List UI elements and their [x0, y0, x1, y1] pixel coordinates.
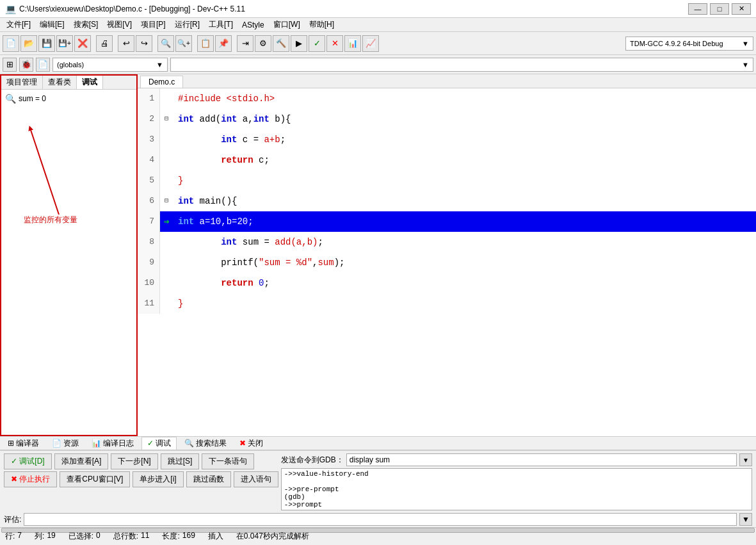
tb-compile[interactable]: ⚙ — [255, 35, 271, 52]
col-label: 列: — [35, 531, 44, 542]
status-len: 长度: 169 — [162, 531, 195, 542]
code-content[interactable]: 1 #include <stdio.h> 2 ⊟ int add(int a,i… — [138, 88, 756, 436]
tb-new[interactable]: 📄 — [3, 35, 19, 52]
tb2-btn3[interactable]: 📄 — [36, 58, 50, 72]
status-row: 行: 7 — [5, 531, 22, 542]
tb-stop[interactable]: ✕ — [326, 35, 343, 52]
annotation-arrow — [20, 115, 97, 218]
debug-start-btn[interactable]: ✓ 调试[D] — [4, 453, 52, 469]
add-watch-btn[interactable]: 添加查看[A] — [54, 453, 109, 469]
next-step-btn[interactable]: 下一步[N] — [111, 453, 157, 469]
menu-view[interactable]: 视图[V] — [103, 18, 136, 31]
code-line-5: 5 } — [138, 170, 756, 191]
line-num-7: 7 — [138, 211, 160, 232]
step-into-btn[interactable]: 单步进入[i] — [133, 471, 183, 487]
tab-compiler[interactable]: ⊞编译器 — [3, 437, 44, 450]
tab-close[interactable]: ✖关闭 — [234, 437, 268, 450]
var-icon: 🔍 — [5, 94, 16, 104]
tb-paste[interactable]: 📌 — [215, 35, 232, 52]
menu-help[interactable]: 帮助[H] — [305, 18, 338, 31]
gdb-output-line-3: ->>pre-prompt — [284, 485, 749, 493]
stop-btn[interactable]: ✖ 停止执行 — [4, 471, 57, 487]
maximize-button[interactable]: □ — [710, 3, 729, 15]
globals-dropdown2[interactable]: ▼ — [170, 58, 753, 72]
tb-replace[interactable]: 🔍+ — [175, 35, 192, 52]
gdb-send-input[interactable] — [346, 453, 737, 466]
line-num-3: 3 — [138, 129, 160, 150]
tab-resources[interactable]: 📄资源 — [47, 437, 84, 450]
status-mode: 插入 — [208, 531, 223, 542]
code-line-2: 2 ⊟ int add(int a,int b){ — [138, 109, 756, 129]
gdb-send-dropdown[interactable]: ▼ — [739, 453, 752, 466]
annotation-text: 监控的所有变量 — [24, 215, 77, 225]
status-parse: 在0.047秒内完成解析 — [236, 531, 309, 542]
menu-run[interactable]: 运行[R] — [171, 18, 204, 31]
line-marker-11 — [160, 293, 173, 314]
tb-print[interactable]: 🖨 — [96, 35, 113, 52]
tb-save[interactable]: 💾 — [38, 35, 55, 52]
compiler-dropdown[interactable]: TDM-GCC 4.9.2 64-bit Debug ▼ — [625, 37, 753, 51]
menu-search[interactable]: 搜索[S] — [70, 18, 102, 31]
svg-line-1 — [30, 128, 59, 215]
tab-search-results[interactable]: 🔍搜索结果 — [179, 437, 232, 450]
tb-find[interactable]: 🔍 — [157, 35, 174, 52]
line-code-4: return c; — [173, 150, 756, 170]
code-tabs: Demo.c — [138, 74, 756, 88]
line-code-8: int sum = add(a,b); — [173, 232, 756, 252]
next-stmt-btn[interactable]: 下一条语句 — [202, 453, 254, 469]
tb-redo[interactable]: ↪ — [136, 35, 152, 52]
app-icon: 💻 — [5, 4, 15, 14]
tb2-btn2[interactable]: 🐞 — [19, 58, 33, 72]
enter-stmt-btn[interactable]: 进入语句 — [234, 471, 278, 487]
tab-compile-log[interactable]: 📊编译日志 — [86, 437, 139, 450]
tb-debug[interactable]: ✓ — [309, 35, 325, 52]
tab-debug-bottom[interactable]: ✓调试 — [141, 437, 177, 450]
menu-project[interactable]: 项目[P] — [137, 18, 170, 31]
parse-info: 在0.047秒内完成解析 — [236, 531, 309, 542]
line-num-8: 8 — [138, 232, 160, 252]
minimize-button[interactable]: — — [688, 3, 707, 15]
line-num-11: 11 — [138, 293, 160, 314]
line-num-1: 1 — [138, 88, 160, 109]
globals-dropdown[interactable]: (globals) ▼ — [52, 58, 168, 72]
tab-classes[interactable]: 查看类 — [43, 76, 77, 89]
close-button[interactable]: ✕ — [732, 3, 751, 15]
tb-build[interactable]: 🔨 — [273, 35, 289, 52]
eval-dropdown[interactable]: ▼ — [739, 513, 752, 526]
tb-copy[interactable]: 📋 — [197, 35, 214, 52]
tb-undo[interactable]: ↩ — [118, 35, 134, 52]
skip-over-btn[interactable]: 跳过[S] — [161, 453, 200, 469]
tab-project[interactable]: 项目管理 — [1, 76, 43, 89]
line-code-11: } — [173, 293, 756, 314]
code-tab-demo[interactable]: Demo.c — [140, 76, 183, 88]
sel-label: 已选择: — [68, 531, 93, 542]
tab-debug[interactable]: 调试 — [77, 76, 103, 89]
title-bar: 💻 C:\Users\xiexuewu\Desktop\Demo.c - [De… — [0, 0, 756, 18]
menu-tools[interactable]: 工具[T] — [205, 18, 237, 31]
tb-open[interactable]: 📂 — [20, 35, 37, 52]
tb2-btn1[interactable]: ⊞ — [3, 58, 17, 72]
cpu-window-btn[interactable]: 查看CPU窗口[V] — [60, 471, 130, 487]
line-marker-5 — [160, 170, 173, 191]
skip-func-btn[interactable]: 跳过函数 — [186, 471, 231, 487]
eval-input[interactable] — [24, 513, 737, 526]
menu-file[interactable]: 文件[F] — [3, 18, 35, 31]
line-num-4: 4 — [138, 150, 160, 170]
gdb-output-line-2 — [284, 478, 749, 485]
tb-save-all[interactable]: 💾+ — [56, 35, 73, 52]
status-sel: 已选择: 0 — [68, 531, 101, 542]
row-label: 行: — [5, 531, 15, 542]
tb-profile[interactable]: 📈 — [362, 35, 379, 52]
debug-panel: ✓ 调试[D] 添加查看[A] 下一步[N] 跳过[S] 下一条语句 ✖ 停止执… — [0, 450, 756, 527]
tb-indent[interactable]: ⇥ — [237, 35, 253, 52]
menu-astyle[interactable]: AStyle — [238, 19, 268, 31]
bottom-tabs: ⊞编译器 📄资源 📊编译日志 ✓调试 🔍搜索结果 ✖关闭 — [0, 436, 756, 450]
menu-edit[interactable]: 编辑[E] — [36, 18, 68, 31]
tb-close[interactable]: ❌ — [74, 35, 91, 52]
gdb-output-box: ->>value-history-end ->>pre-prompt (gdb)… — [281, 468, 752, 510]
debug-buttons: ✓ 调试[D] 添加查看[A] 下一步[N] 跳过[S] 下一条语句 ✖ 停止执… — [4, 453, 278, 487]
line-code-1: #include <stdio.h> — [173, 88, 756, 109]
tb-chart[interactable]: 📊 — [344, 35, 361, 52]
tb-run[interactable]: ▶ — [291, 35, 307, 52]
menu-window[interactable]: 窗口[W] — [269, 18, 304, 31]
